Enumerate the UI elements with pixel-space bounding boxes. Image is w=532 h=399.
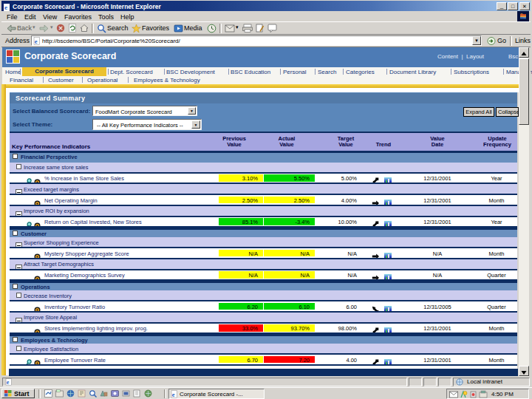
svg-text:e: e — [4, 4, 7, 11]
svg-text:e: e — [35, 38, 38, 45]
svg-text:✕: ✕ — [58, 25, 64, 32]
svg-text:e: e — [7, 379, 10, 386]
svg-text:e: e — [172, 391, 175, 398]
